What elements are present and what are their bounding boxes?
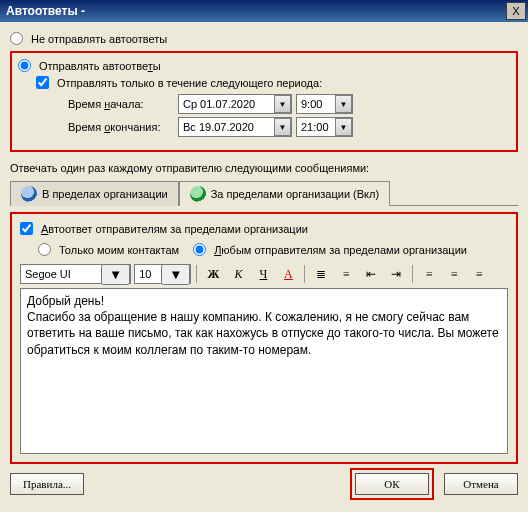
size-combo[interactable]: 10 ▼ xyxy=(134,264,191,284)
font-color-button[interactable]: A xyxy=(277,264,299,284)
ok-button[interactable]: ОК xyxy=(355,473,429,495)
radio-only-contacts[interactable]: Только моим контактам xyxy=(38,241,179,258)
align-center-button[interactable]: ≡ xyxy=(443,264,465,284)
check-autoreply-outside-label: Автоответ отправителям за пределами орга… xyxy=(41,223,308,235)
message-editor[interactable]: Добрый день! Спасибо за обращение в нашу… xyxy=(20,288,508,454)
cancel-button[interactable]: Отмена xyxy=(444,473,518,495)
rules-button[interactable]: Правила... xyxy=(10,473,84,495)
end-label: Время окончания: xyxy=(68,121,178,133)
bold-button[interactable]: Ж xyxy=(202,264,224,284)
font-value: Segoe UI xyxy=(21,268,101,280)
check-period-label: Отправлять только в течение следующего п… xyxy=(57,77,322,89)
reply-hint: Отвечать один раз каждому отправителю сл… xyxy=(10,162,518,174)
start-label: Время начала: xyxy=(68,98,178,110)
check-period[interactable]: Отправлять только в течение следующего п… xyxy=(36,74,510,91)
highlight-outside-settings: Автоответ отправителям за пределами орга… xyxy=(10,212,518,464)
separator xyxy=(304,265,305,283)
tab-outside-org[interactable]: За пределами организации (Вкл) xyxy=(179,181,390,206)
underline-button[interactable]: Ч xyxy=(252,264,274,284)
start-time-value: 9:00 xyxy=(297,98,335,110)
start-date-value: Ср 01.07.2020 xyxy=(179,98,274,110)
org-icon xyxy=(21,186,37,202)
chevron-down-icon[interactable]: ▼ xyxy=(335,95,352,113)
window-title: Автоответы - xyxy=(6,4,506,18)
separator xyxy=(412,265,413,283)
font-combo[interactable]: Segoe UI ▼ xyxy=(20,264,131,284)
editor-line2: Спасибо за обращение в нашу компанию. К … xyxy=(27,309,501,358)
end-date-value: Вс 19.07.2020 xyxy=(179,121,274,133)
start-date-combo[interactable]: Ср 01.07.2020 ▼ xyxy=(178,94,292,114)
align-right-button[interactable]: ≡ xyxy=(468,264,490,284)
end-date-combo[interactable]: Вс 19.07.2020 ▼ xyxy=(178,117,292,137)
format-toolbar: Segoe UI ▼ 10 ▼ Ж К Ч A ≣ ≡ ⇤ ⇥ ≡ ≡ ≡ xyxy=(20,264,508,284)
radio-only-contacts-label: Только моим контактам xyxy=(59,244,179,256)
radio-send-label: Отправлять автоответы xyxy=(39,60,161,72)
highlight-send-settings: Отправлять автоответы Отправлять только … xyxy=(10,51,518,152)
radio-anyone[interactable]: Любым отправителям за пределами организа… xyxy=(193,241,467,258)
radio-anyone-label: Любым отправителям за пределами организа… xyxy=(214,244,467,256)
radio-dont-send[interactable]: Не отправлять автоответы xyxy=(10,30,518,47)
end-time-value: 21:00 xyxy=(297,121,335,133)
check-autoreply-outside[interactable]: Автоответ отправителям за пределами орга… xyxy=(20,220,508,237)
align-left-button[interactable]: ≡ xyxy=(418,264,440,284)
chevron-down-icon[interactable]: ▼ xyxy=(274,95,291,113)
bullets-button[interactable]: ≣ xyxy=(310,264,332,284)
tabs: В пределах организации За пределами орга… xyxy=(10,180,518,206)
end-time-combo[interactable]: 21:00 ▼ xyxy=(296,117,353,137)
tab-inside-org[interactable]: В пределах организации xyxy=(10,181,179,206)
chevron-down-icon[interactable]: ▼ xyxy=(101,264,130,285)
numbering-button[interactable]: ≡ xyxy=(335,264,357,284)
start-time-combo[interactable]: 9:00 ▼ xyxy=(296,94,353,114)
globe-icon xyxy=(190,186,206,202)
radio-send[interactable]: Отправлять автоответы xyxy=(18,57,510,74)
close-button[interactable]: X xyxy=(506,2,526,20)
radio-dont-send-label: Не отправлять автоответы xyxy=(31,33,167,45)
editor-line1: Добрый день! xyxy=(27,293,501,309)
size-value: 10 xyxy=(135,268,161,280)
chevron-down-icon[interactable]: ▼ xyxy=(335,118,352,136)
highlight-ok: ОК xyxy=(350,468,434,500)
tab-outside-label: За пределами организации (Вкл) xyxy=(211,188,379,200)
separator xyxy=(196,265,197,283)
indent-button[interactable]: ⇥ xyxy=(385,264,407,284)
chevron-down-icon[interactable]: ▼ xyxy=(274,118,291,136)
tab-inside-label: В пределах организации xyxy=(42,188,168,200)
outdent-button[interactable]: ⇤ xyxy=(360,264,382,284)
italic-button[interactable]: К xyxy=(227,264,249,284)
chevron-down-icon[interactable]: ▼ xyxy=(161,264,190,285)
